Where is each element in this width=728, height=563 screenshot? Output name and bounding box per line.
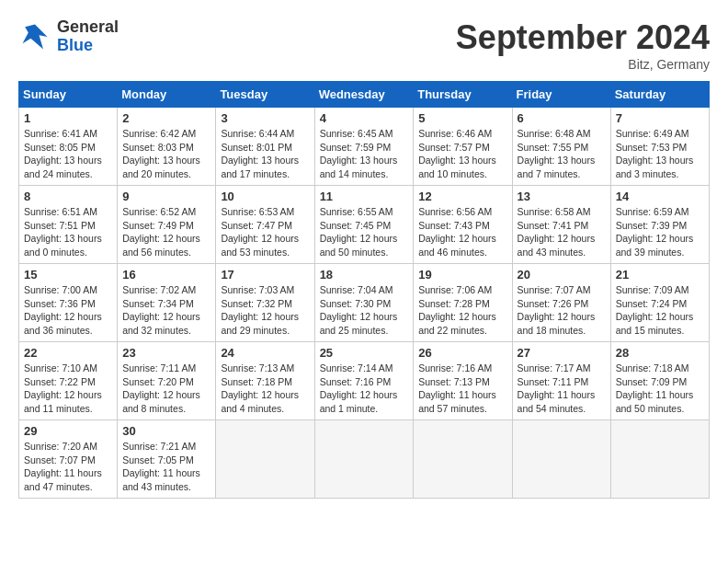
calendar-cell	[414, 420, 512, 499]
day-number: 13	[518, 190, 606, 203]
calendar-cell	[314, 420, 414, 499]
sunrise-label: Sunrise: 6:55 AM	[320, 206, 393, 217]
weekday-header: Tuesday	[216, 82, 314, 108]
day-number: 6	[518, 111, 606, 125]
sunrise-label: Sunrise: 7:20 AM	[24, 441, 97, 452]
sunrise-label: Sunrise: 7:16 AM	[418, 362, 492, 373]
sunset-label: Sunset: 7:36 PM	[24, 298, 96, 309]
day-info: Sunrise: 6:48 AM Sunset: 7:55 PM Dayligh…	[518, 127, 606, 181]
calendar-cell	[610, 420, 709, 499]
calendar-cell: 22 Sunrise: 7:10 AM Sunset: 7:22 PM Dayl…	[19, 342, 118, 420]
calendar-cell: 12 Sunrise: 6:56 AM Sunset: 7:43 PM Dayl…	[414, 186, 512, 264]
sunset-label: Sunset: 7:49 PM	[122, 220, 194, 231]
day-info: Sunrise: 7:13 AM Sunset: 7:18 PM Dayligh…	[221, 362, 309, 416]
sunrise-label: Sunrise: 7:07 AM	[518, 284, 591, 295]
location: Bitz, Germany	[456, 57, 710, 72]
title-block: September 2024 Bitz, Germany	[456, 18, 710, 72]
daylight-label: Daylight: 13 hours and 20 minutes.	[122, 155, 200, 179]
day-number: 8	[24, 190, 112, 203]
day-number: 26	[418, 346, 506, 360]
sunset-label: Sunset: 7:11 PM	[518, 376, 589, 387]
day-number: 16	[122, 268, 210, 282]
calendar-cell: 1 Sunrise: 6:41 AM Sunset: 8:05 PM Dayli…	[19, 108, 118, 186]
sunrise-label: Sunrise: 6:44 AM	[221, 128, 294, 139]
week-row: 22 Sunrise: 7:10 AM Sunset: 7:22 PM Dayl…	[19, 342, 710, 420]
weekday-header: Sunday	[19, 82, 118, 108]
day-number: 7	[616, 111, 704, 125]
day-info: Sunrise: 6:51 AM Sunset: 7:51 PM Dayligh…	[24, 205, 112, 259]
calendar-cell	[216, 420, 314, 499]
daylight-label: Daylight: 12 hours and 1 minute.	[320, 389, 398, 414]
day-info: Sunrise: 7:14 AM Sunset: 7:16 PM Dayligh…	[320, 362, 409, 416]
daylight-label: Daylight: 12 hours and 46 minutes.	[418, 233, 496, 258]
weekday-header: Wednesday	[314, 82, 414, 108]
calendar-cell: 21 Sunrise: 7:09 AM Sunset: 7:24 PM Dayl…	[610, 264, 709, 342]
sunrise-label: Sunrise: 6:56 AM	[418, 206, 492, 217]
sunset-label: Sunset: 7:32 PM	[221, 298, 292, 309]
daylight-label: Daylight: 12 hours and 56 minutes.	[122, 233, 200, 258]
sunrise-label: Sunrise: 7:04 AM	[320, 284, 393, 295]
sunrise-label: Sunrise: 6:45 AM	[320, 128, 393, 139]
svg-marker-0	[23, 24, 48, 49]
calendar-cell: 29 Sunrise: 7:20 AM Sunset: 7:07 PM Dayl…	[19, 420, 118, 499]
day-info: Sunrise: 6:45 AM Sunset: 7:59 PM Dayligh…	[320, 127, 409, 181]
calendar-cell: 19 Sunrise: 7:06 AM Sunset: 7:28 PM Dayl…	[414, 264, 512, 342]
weekday-header: Friday	[512, 82, 610, 108]
calendar-cell: 8 Sunrise: 6:51 AM Sunset: 7:51 PM Dayli…	[19, 186, 118, 264]
sunrise-label: Sunrise: 7:18 AM	[616, 362, 689, 373]
day-info: Sunrise: 7:00 AM Sunset: 7:36 PM Dayligh…	[24, 283, 112, 338]
day-info: Sunrise: 6:46 AM Sunset: 7:57 PM Dayligh…	[418, 127, 506, 181]
sunrise-label: Sunrise: 7:13 AM	[221, 362, 294, 373]
sunset-label: Sunset: 7:30 PM	[320, 298, 392, 309]
day-number: 9	[122, 190, 210, 203]
daylight-label: Daylight: 12 hours and 36 minutes.	[24, 311, 102, 336]
calendar-cell: 18 Sunrise: 7:04 AM Sunset: 7:30 PM Dayl…	[314, 264, 414, 342]
day-info: Sunrise: 7:17 AM Sunset: 7:11 PM Dayligh…	[518, 362, 606, 416]
daylight-label: Daylight: 11 hours and 54 minutes.	[518, 389, 596, 414]
calendar-cell: 16 Sunrise: 7:02 AM Sunset: 7:34 PM Dayl…	[118, 264, 216, 342]
day-number: 3	[221, 111, 309, 125]
sunrise-label: Sunrise: 6:53 AM	[221, 206, 294, 217]
sunset-label: Sunset: 8:03 PM	[122, 142, 194, 153]
sunset-label: Sunset: 7:05 PM	[122, 454, 194, 465]
daylight-label: Daylight: 12 hours and 29 minutes.	[221, 311, 299, 336]
sunrise-label: Sunrise: 7:00 AM	[24, 284, 97, 295]
sunrise-label: Sunrise: 7:11 AM	[122, 362, 196, 373]
calendar-cell: 7 Sunrise: 6:49 AM Sunset: 7:53 PM Dayli…	[610, 108, 709, 186]
calendar-cell: 17 Sunrise: 7:03 AM Sunset: 7:32 PM Dayl…	[216, 264, 314, 342]
day-number: 21	[616, 268, 704, 282]
daylight-label: Daylight: 13 hours and 0 minutes.	[24, 233, 102, 258]
day-number: 1	[24, 111, 112, 125]
day-number: 5	[418, 111, 506, 125]
day-info: Sunrise: 6:55 AM Sunset: 7:45 PM Dayligh…	[320, 205, 409, 259]
day-info: Sunrise: 7:21 AM Sunset: 7:05 PM Dayligh…	[122, 440, 210, 494]
sunset-label: Sunset: 7:13 PM	[418, 376, 490, 387]
daylight-label: Daylight: 11 hours and 47 minutes.	[24, 467, 102, 492]
calendar-table: SundayMondayTuesdayWednesdayThursdayFrid…	[18, 81, 710, 499]
sunset-label: Sunset: 7:41 PM	[518, 220, 589, 231]
sunrise-label: Sunrise: 7:21 AM	[122, 441, 196, 452]
day-info: Sunrise: 7:18 AM Sunset: 7:09 PM Dayligh…	[616, 362, 704, 416]
day-number: 10	[221, 190, 309, 203]
day-info: Sunrise: 6:59 AM Sunset: 7:39 PM Dayligh…	[616, 205, 704, 259]
calendar-cell: 15 Sunrise: 7:00 AM Sunset: 7:36 PM Dayl…	[19, 264, 118, 342]
logo-icon	[18, 20, 51, 53]
weekday-header: Saturday	[610, 82, 709, 108]
calendar-cell: 25 Sunrise: 7:14 AM Sunset: 7:16 PM Dayl…	[314, 342, 414, 420]
day-info: Sunrise: 7:20 AM Sunset: 7:07 PM Dayligh…	[24, 440, 112, 494]
logo: General Blue	[18, 18, 119, 55]
sunset-label: Sunset: 7:28 PM	[418, 298, 490, 309]
sunrise-label: Sunrise: 6:59 AM	[616, 206, 689, 217]
logo-text: General Blue	[57, 18, 119, 55]
day-info: Sunrise: 6:58 AM Sunset: 7:41 PM Dayligh…	[518, 205, 606, 259]
sunset-label: Sunset: 8:01 PM	[221, 142, 292, 153]
day-info: Sunrise: 6:49 AM Sunset: 7:53 PM Dayligh…	[616, 127, 704, 181]
sunset-label: Sunset: 7:07 PM	[24, 454, 96, 465]
sunrise-label: Sunrise: 6:58 AM	[518, 206, 591, 217]
day-info: Sunrise: 7:02 AM Sunset: 7:34 PM Dayligh…	[122, 283, 210, 338]
calendar-cell: 2 Sunrise: 6:42 AM Sunset: 8:03 PM Dayli…	[118, 108, 216, 186]
day-number: 30	[122, 424, 210, 438]
calendar-cell: 23 Sunrise: 7:11 AM Sunset: 7:20 PM Dayl…	[118, 342, 216, 420]
sunset-label: Sunset: 7:57 PM	[418, 142, 490, 153]
day-number: 20	[518, 268, 606, 282]
